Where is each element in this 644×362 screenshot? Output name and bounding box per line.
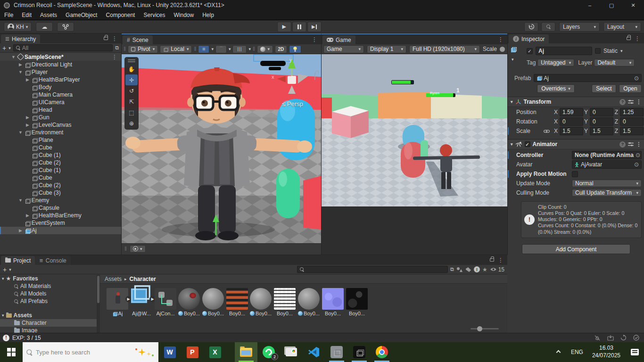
tag-dropdown[interactable]: Untagged▾	[537, 59, 574, 66]
create-add-button[interactable]: +	[3, 266, 7, 273]
menu-component[interactable]: Component	[101, 10, 139, 20]
scene-menu-icon[interactable]: ⋮	[112, 54, 121, 60]
tab-inspector[interactable]: i Inspector	[509, 34, 549, 43]
start-button[interactable]	[0, 342, 23, 362]
drag-handle-icon[interactable]: ‖	[124, 246, 127, 252]
tab-hierarchy[interactable]: ☰ Hierarchy	[1, 34, 40, 43]
lock-icon[interactable]	[627, 37, 631, 40]
menu-services[interactable]: Services	[139, 10, 169, 20]
panel-menu-icon[interactable]: ⋮	[498, 257, 504, 263]
notification-center-button[interactable]	[625, 342, 644, 362]
increment-snap-button[interactable]: |||	[232, 45, 247, 53]
display-dropdown[interactable]: Display 1▾	[367, 45, 406, 53]
cloud-button[interactable]: ☁	[36, 22, 53, 32]
resolution-dropdown[interactable]: Full HD (1920x1080)▾	[409, 45, 480, 53]
slider-knob[interactable]	[477, 326, 482, 331]
static-checkbox[interactable]	[595, 48, 601, 54]
presets-icon[interactable]	[628, 99, 634, 104]
create-add-button[interactable]: +	[2, 44, 6, 52]
draw-mode-dropdown[interactable]: ▾	[257, 45, 273, 53]
filter-by-type-icon[interactable]	[456, 267, 463, 272]
scale-z-field[interactable]	[620, 127, 644, 135]
tray-expand-button[interactable]	[551, 342, 567, 362]
game-mode-dropdown[interactable]: Game▾	[323, 45, 364, 53]
avatar-field[interactable]: AjAvatar⊙	[572, 160, 642, 169]
open-new-window-icon[interactable]: ⧉	[115, 45, 119, 51]
lighting-toggle-button[interactable]	[289, 45, 301, 53]
pivot-dropdown[interactable]: Pivot▾	[128, 45, 158, 53]
padlock-icon[interactable]	[314, 73, 318, 78]
play-button[interactable]: ▶	[277, 22, 291, 32]
hierarchy-item[interactable]: ▶HealthBarPlayer	[0, 76, 121, 83]
undo-history-button[interactable]	[524, 22, 538, 32]
favorite-all-prefabs[interactable]: All Prefabs	[0, 297, 97, 305]
hierarchy-search-field[interactable]	[13, 44, 113, 51]
asset-item[interactable]: Boy0...	[297, 288, 321, 316]
2d-toggle-button[interactable]: 2D	[275, 45, 287, 53]
chevron-down-icon[interactable]: ▾	[620, 49, 623, 53]
game-viewport[interactable]: Ryzen 1	[322, 54, 508, 206]
culling-mode-dropdown[interactable]: Cull Update Transform▾	[572, 189, 642, 197]
taskbar-word[interactable]: W	[158, 342, 181, 362]
open-new-window-icon[interactable]: ⧉	[450, 266, 454, 272]
handle-rotation-dropdown[interactable]: Local▾	[160, 45, 192, 53]
asset-item[interactable]: AjCon...	[154, 288, 177, 316]
pause-button[interactable]	[292, 22, 306, 32]
menu-gameobject[interactable]: GameObject	[61, 10, 101, 20]
object-picker-icon[interactable]: ⊙	[634, 75, 639, 82]
chevron-down-icon[interactable]: ▾	[211, 47, 214, 51]
tree-scrollbar[interactable]	[97, 275, 100, 333]
minimize-button[interactable]: –	[579, 0, 601, 10]
layout-dropdown[interactable]: Layout▾	[603, 22, 641, 32]
panel-menu-icon[interactable]: ⋮	[112, 36, 117, 41]
hierarchy-item[interactable]: Cube (2)	[0, 159, 121, 166]
import-activity-icon[interactable]	[607, 335, 614, 341]
hierarchy-item[interactable]: ▶Gun	[0, 114, 121, 121]
tab-project[interactable]: Project	[1, 256, 35, 265]
foldout-arrow-icon[interactable]: ▾	[511, 142, 513, 147]
hierarchy-search-input[interactable]	[22, 45, 110, 51]
foldout-arrow-icon[interactable]: ▾	[511, 99, 513, 104]
lock-icon[interactable]	[104, 37, 108, 40]
hierarchy-item[interactable]: Cube	[0, 144, 121, 151]
asset-item[interactable]: ▶ Aj	[106, 288, 129, 316]
component-menu-icon[interactable]: ⋮	[636, 141, 642, 147]
hierarchy-item[interactable]: ▼Environment	[0, 129, 121, 136]
project-search-field[interactable]	[297, 266, 448, 273]
link-scale-icon[interactable]	[544, 129, 550, 133]
assets-root[interactable]: ▾Assets	[0, 312, 97, 319]
console-message-icon[interactable]: !	[3, 335, 9, 341]
menu-window[interactable]: Window	[169, 10, 198, 20]
muted-bell-icon[interactable]	[594, 335, 601, 341]
taskbar-vscode[interactable]	[303, 342, 325, 362]
animator-enabled-checkbox[interactable]: ✓	[525, 141, 530, 147]
favorites-filter-icon[interactable]: ★	[482, 266, 487, 273]
status-message[interactable]: EXP: 3 / 15	[12, 335, 41, 341]
hierarchy-item[interactable]: Main Camera	[0, 91, 121, 99]
move-tool-button[interactable]: ✢	[125, 74, 138, 85]
hierarchy-item[interactable]: EventSystem	[0, 219, 121, 227]
project-search-input[interactable]	[306, 266, 445, 273]
chevron-down-icon[interactable]: ▾	[248, 47, 251, 51]
active-checkbox[interactable]: ✓	[527, 48, 533, 54]
taskbar-chrome[interactable]	[371, 342, 393, 362]
taskbar-search-input[interactable]	[36, 349, 131, 356]
persp-label[interactable]: ≤ Persp	[282, 100, 303, 107]
folder-character-selected[interactable]: Character	[0, 319, 97, 327]
asset-item[interactable]: Boy0...	[345, 288, 369, 316]
taskbar-search-box[interactable]	[23, 342, 158, 362]
breadcrumb-assets[interactable]: Assets	[105, 276, 122, 282]
select-button[interactable]: Select	[592, 84, 616, 93]
position-x-field[interactable]	[560, 108, 583, 116]
menu-assets[interactable]: Assets	[36, 10, 61, 20]
menu-help[interactable]: Help	[198, 10, 218, 20]
chevron-down-icon[interactable]: ▾	[9, 267, 11, 272]
controller-field[interactable]: None (Runtime Anima⊙	[572, 151, 642, 159]
apply-root-motion-checkbox[interactable]	[572, 171, 578, 177]
taskbar-file-explorer[interactable]	[235, 342, 257, 362]
hierarchy-item[interactable]: Head	[0, 106, 121, 114]
animator-header[interactable]: ▾ ✓ Animator ? ⋮	[508, 139, 644, 149]
asset-item[interactable]: Boy0...	[225, 288, 249, 316]
thumbnail-size-slider[interactable]	[471, 328, 499, 329]
hierarchy-item[interactable]: Cube (2)	[0, 181, 121, 189]
